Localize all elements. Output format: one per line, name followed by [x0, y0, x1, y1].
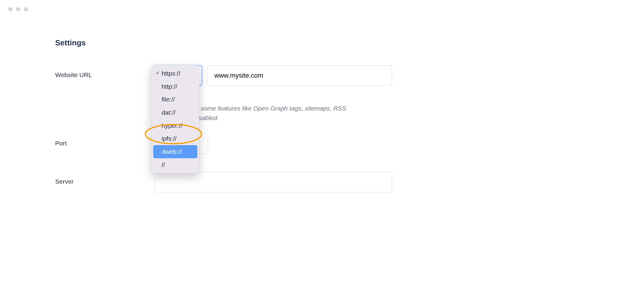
row-port: Port [55, 134, 392, 154]
check-icon: ✓ [156, 69, 162, 78]
protocol-option[interactable]: hyper:// [153, 119, 197, 132]
protocol-option-label: https:// [162, 68, 180, 79]
protocol-option[interactable]: ✓https:// [153, 67, 197, 80]
label-port: Port [55, 134, 154, 147]
traffic-dot [8, 7, 13, 11]
protocol-option[interactable]: ipfs:// [153, 132, 197, 145]
protocol-option-label: ipfs:// [162, 133, 177, 144]
label-website-url: Website URL [55, 65, 154, 79]
protocol-option-label: dweb:// [162, 146, 182, 157]
protocol-option[interactable]: dweb:// [153, 145, 197, 158]
traffic-dot [16, 7, 20, 11]
protocol-option[interactable]: file:// [153, 93, 197, 106]
window-traffic-lights [8, 7, 28, 11]
protocol-option[interactable]: http:// [153, 80, 197, 93]
protocol-option[interactable]: dat:// [153, 106, 197, 119]
protocol-option-label: file:// [162, 94, 175, 105]
server-input[interactable] [154, 172, 392, 192]
page-title: Settings [55, 38, 392, 47]
label-server: Server [55, 172, 154, 185]
protocol-option-label: http:// [162, 81, 177, 92]
website-url-input[interactable] [207, 65, 392, 86]
settings-panel: Settings Website URL ive URLs g relative… [55, 38, 392, 192]
row-server: Server [55, 172, 392, 192]
traffic-dot [24, 7, 28, 11]
row-website-url: Website URL ive URLs g relative URLs, so… [55, 65, 392, 122]
protocol-option-label: dat:// [162, 107, 176, 118]
protocol-option[interactable]: // [153, 158, 197, 171]
protocol-dropdown[interactable]: ✓https://http://file://dat://hyper://ipf… [151, 65, 199, 173]
protocol-option-label: // [162, 159, 165, 170]
protocol-option-label: hyper:// [162, 120, 182, 131]
